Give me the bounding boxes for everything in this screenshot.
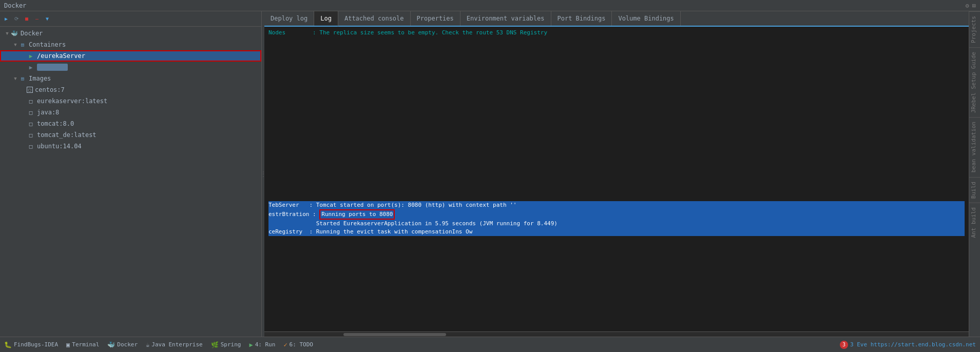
tree-arrow-centos7 [21,87,27,93]
spring-icon: 🌿 [211,341,219,348]
run-label: 4: Run [255,341,276,348]
filter-icon[interactable]: ▼ [43,15,51,23]
tree-item-ubuntu[interactable]: □ ubuntu:14.04 [0,141,261,152]
java-enterprise-label: Java Enterprise [151,341,202,348]
run-icon[interactable]: ▶ [2,15,10,23]
gear-icon[interactable]: ⚙ [966,2,969,9]
log-scrollbar-horizontal[interactable] [264,331,969,337]
tree-item-eureka-server[interactable]: ▶ /eurekaServer [0,50,261,62]
top-bar-icons: ⚙ ⊞ [964,2,976,9]
tree-container: 🐳 Docker ⊞ Containers ▶ /eurekaServer ▶ [0,27,261,337]
refresh-icon[interactable]: ⟳ [12,15,21,23]
log-line [268,160,965,168]
right-panel: Deploy log Log Attached console Properti… [264,11,969,337]
image-icon-tomcat80: □ [27,120,35,128]
log-line: Started EurekaserverApplication in 5.95 … [268,220,965,228]
tree-label-eurekaserver-latest: eurekaserver:latest [37,97,107,105]
log-line [268,111,965,119]
tree-arrow-eurekaserver [21,98,27,104]
tab-volume-bindings[interactable]: Volume Bindings [612,11,680,26]
remove-icon[interactable]: — [33,15,41,23]
tree-label-java8: java:8 [37,109,59,116]
log-panel[interactable]: Nodes : The replica size seems to be emp… [264,27,969,331]
bottom-run[interactable]: ▶ 4: Run [249,341,275,348]
log-line: estrBtration : Running ports to 8080 [268,209,965,220]
findbugs-label: FindBugs-IDEA [14,341,58,348]
tree-arrow-ubuntu [21,143,27,149]
tree-item-containers[interactable]: ⊞ Containers [0,39,261,50]
container-icon-2: ▶ [27,63,35,71]
bottom-right: 3 3 Eve https://start.end.blog.csdn.net [840,341,976,349]
tree-label-containers: Containers [29,41,66,48]
side-tab-bean-validation[interactable]: bean validation [969,117,980,177]
main-content: ▶ ⟳ ■ — ▼ 🐳 Docker ⊞ Containers ▶ [0,11,980,337]
tree-item-eurekaserver-latest[interactable]: □ eurekaserver:latest [0,95,261,107]
notification-badge: 3 [840,341,848,349]
tree-arrow-tomcat-de [21,132,27,138]
left-sidebar: ▶ ⟳ ■ — ▼ 🐳 Docker ⊞ Containers ▶ [0,11,262,337]
bottom-docker[interactable]: 🐳 Docker [107,341,138,348]
side-tab-build[interactable]: Build [969,177,980,203]
tree-arrow-blurred [21,64,27,70]
log-line [268,78,965,86]
stop-icon[interactable]: ■ [23,15,31,23]
tree-label-tomcat-de: tomcat_de:latest [37,131,97,139]
tree-label-eureka: /eurekaServer [37,52,85,60]
image-icon-ubuntu: □ [27,142,35,150]
image-icon-eureka: □ [27,97,35,105]
tree-item-blurred[interactable]: ▶ [0,62,261,73]
tab-port-bindings[interactable]: Port Bindings [551,11,612,26]
log-line [268,177,965,185]
docker-icon: 🐳 [10,29,18,37]
log-line [268,86,965,94]
image-icon-centos: □ [27,87,33,93]
tree-item-java8[interactable]: □ java:8 [0,107,261,118]
tabs-bar: Deploy log Log Attached console Properti… [264,11,969,27]
bottom-spring[interactable]: 🌿 Spring [211,341,241,348]
log-line [268,94,965,103]
log-line [268,168,965,177]
log-line [268,53,965,62]
bottom-todo[interactable]: ✓ 6: TODO [283,341,313,348]
side-tab-projects[interactable]: Projects [969,11,980,47]
tree-item-tomcat-de[interactable]: □ tomcat_de:latest [0,129,261,141]
tree-arrow-eureka [21,53,27,59]
log-line [268,62,965,70]
bottom-terminal[interactable]: ▣ Terminal [66,341,99,348]
bottom-java-enterprise[interactable]: ☕ Java Enterprise [146,341,203,348]
bottom-findbugs[interactable]: 🐛 FindBugs-IDEA [4,341,58,348]
log-line: ceRegistry : Running the evict task with… [268,228,965,236]
terminal-label: Terminal [72,341,99,348]
tab-log[interactable]: Log [314,11,338,27]
container-running-icon: ▶ [27,52,35,60]
images-icon: ⊞ [18,74,27,83]
tab-properties[interactable]: Properties [411,11,460,26]
spring-label: Spring [221,341,241,348]
tree-item-tomcat80[interactable]: □ tomcat:8.0 [0,118,261,129]
log-scrollbar-thumb[interactable] [343,333,446,336]
todo-label: 6: TODO [290,341,313,348]
image-icon-java: □ [27,108,35,116]
tab-environment-variables[interactable]: Environment variables [460,11,551,26]
log-line [268,193,965,201]
tab-deploy-log[interactable]: Deploy log [264,11,314,26]
log-line [268,119,965,127]
side-tab-ant-build[interactable]: Ant build [969,203,980,242]
notification-text[interactable]: 3 Eve https://start.end.blog.csdn.net [850,341,976,348]
run-bottom-icon: ▶ [249,341,253,348]
containers-icon: ⊞ [18,41,27,49]
image-icon-tomcat-de: □ [27,131,35,139]
tab-attached-console[interactable]: Attached console [338,11,411,26]
java-enterprise-icon: ☕ [146,341,149,348]
tree-item-docker[interactable]: 🐳 Docker [0,28,261,39]
log-line [268,127,965,135]
tree-label-ubuntu: ubuntu:14.04 [37,143,82,150]
docker-bottom-icon: 🐳 [107,341,115,348]
sidebar-toolbar: ▶ ⟳ ■ — ▼ [0,11,261,27]
log-line [268,70,965,78]
layout-icon[interactable]: ⊞ [972,2,976,9]
tree-item-centos7[interactable]: □ centos:7 [0,84,261,95]
tree-item-images[interactable]: ⊞ Images [0,73,261,84]
log-line [268,152,965,160]
side-tab-jrebel[interactable]: JRebel Setup Guide [969,47,980,117]
